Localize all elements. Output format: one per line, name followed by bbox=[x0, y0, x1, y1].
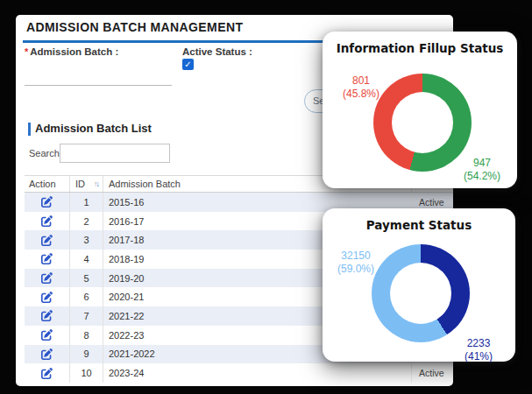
edit-button[interactable] bbox=[41, 291, 53, 303]
batch-cell: 2023-24 bbox=[103, 363, 412, 383]
sort-icon[interactable]: ↑↓ bbox=[94, 179, 98, 188]
fillup-red-value-label: 801 (45.8%) bbox=[330, 74, 393, 101]
action-cell bbox=[25, 269, 70, 288]
id-cell: 7 bbox=[70, 306, 103, 326]
header-id[interactable]: ID ↑↓ bbox=[70, 176, 103, 192]
pen-to-square-icon bbox=[41, 310, 53, 321]
edit-button[interactable] bbox=[41, 348, 53, 360]
id-cell: 6 bbox=[70, 287, 103, 306]
status-cell: Active bbox=[412, 363, 453, 383]
pen-to-square-icon bbox=[41, 329, 53, 341]
edit-button[interactable] bbox=[41, 234, 53, 246]
payment-navy-value: 2233 bbox=[447, 337, 510, 350]
id-cell: 10 bbox=[70, 363, 103, 383]
payment-lightblue-percent: (59.0%) bbox=[324, 263, 387, 276]
edit-button[interactable] bbox=[41, 310, 53, 322]
sort-down-icon: ↓ bbox=[96, 179, 99, 188]
admission-batch-input[interactable] bbox=[25, 63, 172, 86]
table-search-input[interactable] bbox=[60, 144, 170, 163]
action-cell bbox=[25, 250, 70, 269]
id-cell: 9 bbox=[70, 345, 103, 364]
edit-button[interactable] bbox=[41, 272, 53, 285]
action-cell bbox=[25, 193, 70, 212]
pen-to-square-icon bbox=[41, 253, 53, 264]
payment-card-title: Payment Status bbox=[323, 218, 515, 232]
id-cell: 5 bbox=[70, 269, 103, 288]
id-cell: 2 bbox=[70, 212, 103, 231]
id-cell: 3 bbox=[70, 230, 103, 250]
pen-to-square-icon bbox=[41, 348, 53, 360]
table-search-label: Search: bbox=[29, 148, 62, 158]
edit-button[interactable] bbox=[41, 215, 53, 228]
fillup-green-percent: (54.2%) bbox=[450, 170, 514, 183]
pen-to-square-icon bbox=[41, 272, 53, 284]
table-row: 10 2023-24 Active bbox=[25, 363, 453, 383]
required-asterisk: * bbox=[25, 46, 28, 57]
payment-navy-percent: (41%) bbox=[447, 350, 510, 363]
admission-batch-label: *Admission Batch : bbox=[25, 46, 118, 57]
page-title: ADMISSION BATCH MANAGEMENT bbox=[26, 20, 243, 34]
payment-lightblue-value: 32150 bbox=[324, 250, 387, 263]
action-cell bbox=[25, 306, 70, 326]
action-cell bbox=[25, 230, 70, 250]
section-accent-bar bbox=[28, 123, 31, 136]
action-cell bbox=[25, 212, 70, 231]
screenshot-stage: ADMISSION BATCH MANAGEMENT *Admission Ba… bbox=[0, 0, 532, 394]
edit-button[interactable] bbox=[41, 253, 53, 265]
pen-to-square-icon bbox=[41, 196, 53, 208]
payment-status-card: Payment Status 32150 (59.0%) 2233 (41%) bbox=[323, 208, 515, 362]
info-fillup-card-title: Information Fillup Status bbox=[323, 41, 517, 55]
active-status-label: Active Status : bbox=[182, 46, 252, 57]
active-status-checkbox[interactable]: ✓ bbox=[182, 59, 194, 70]
checkmark-icon: ✓ bbox=[184, 60, 191, 69]
admission-batch-label-text: Admission Batch : bbox=[30, 46, 118, 57]
action-cell bbox=[25, 345, 70, 364]
pen-to-square-icon bbox=[41, 292, 53, 303]
id-cell: 1 bbox=[70, 193, 103, 212]
pen-to-square-icon bbox=[41, 368, 53, 379]
pen-to-square-icon bbox=[41, 235, 53, 246]
list-section-title: Admission Batch List bbox=[35, 122, 152, 135]
fillup-green-value: 947 bbox=[450, 157, 514, 170]
action-cell bbox=[25, 287, 70, 306]
fillup-green-value-label: 947 (54.2%) bbox=[450, 157, 514, 183]
payment-navy-value-label: 2233 (41%) bbox=[447, 337, 510, 363]
edit-button[interactable] bbox=[41, 329, 53, 341]
id-cell: 8 bbox=[70, 326, 103, 345]
id-cell: 4 bbox=[70, 250, 103, 269]
fillup-red-value: 801 bbox=[330, 74, 393, 88]
fillup-red-percent: (45.8%) bbox=[330, 88, 393, 101]
header-action: Action bbox=[25, 176, 70, 192]
edit-button[interactable] bbox=[41, 367, 53, 379]
payment-lightblue-value-label: 32150 (59.0%) bbox=[324, 250, 387, 276]
header-id-label: ID bbox=[75, 179, 85, 189]
edit-button[interactable] bbox=[41, 196, 53, 208]
info-fillup-status-card: Information Fillup Status 801 (45.8%) 94… bbox=[323, 32, 517, 188]
action-cell bbox=[25, 363, 70, 383]
pen-to-square-icon bbox=[41, 215, 53, 227]
action-cell bbox=[25, 326, 70, 345]
